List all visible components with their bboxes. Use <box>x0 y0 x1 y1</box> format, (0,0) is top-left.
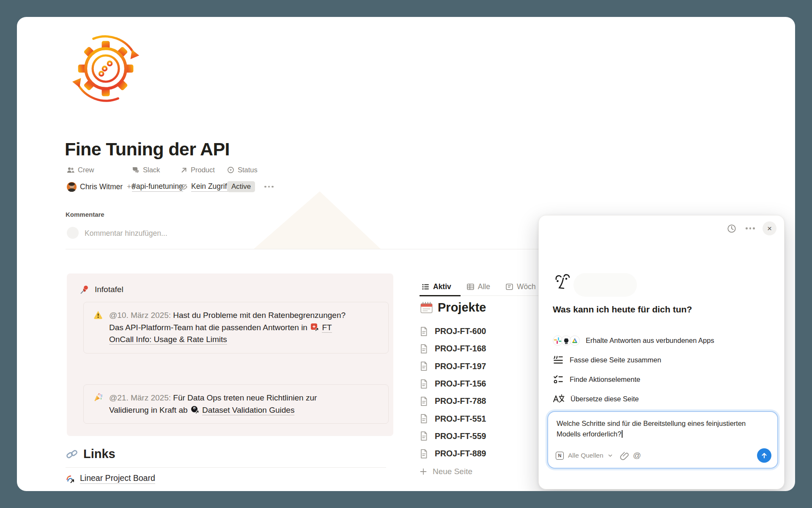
property-crew-value[interactable]: Chris Witmer +6 <box>67 180 135 193</box>
warning-icon <box>93 309 103 346</box>
document-icon <box>420 396 428 406</box>
property-slack-value[interactable]: #api-funetuning <box>132 180 183 193</box>
comment-avatar-placeholder <box>67 227 79 239</box>
linear-favicon-icon <box>66 474 75 483</box>
prompt-toolbar: N Alle Quellen @ <box>556 448 771 463</box>
comment-input[interactable]: Kommentar hinzufügen... <box>85 229 167 238</box>
property-label-product[interactable]: Product <box>181 166 215 174</box>
ai-greeting: Was kann ich heute für dich tun? <box>553 304 692 315</box>
checklist-icon <box>553 374 564 385</box>
project-row[interactable]: PROJ-FT-197 <box>420 358 542 375</box>
close-button[interactable]: × <box>763 221 776 235</box>
document-icon <box>420 449 428 459</box>
active-tab-underline <box>420 295 461 296</box>
eye-off-icon <box>180 183 188 191</box>
suggestion-action-items[interactable]: Finde Aktionselemente <box>553 370 714 389</box>
comments-section-label: Kommentare <box>66 211 104 218</box>
project-row[interactable]: PROJ-FT-788 <box>420 392 542 410</box>
ai-face-glow <box>573 273 637 297</box>
ellipsis-icon <box>264 186 274 188</box>
project-row[interactable]: PROJ-FT-156 <box>420 375 542 392</box>
sources-selector[interactable]: Alle Quellen <box>568 452 604 459</box>
close-icon: × <box>767 224 772 233</box>
tab-woech[interactable]: Wöch <box>503 282 538 291</box>
ai-prompt-input[interactable]: Welche Schritte sind für die Bereitstell… <box>547 411 778 469</box>
ellipsis-icon <box>746 227 755 229</box>
table-view-icon <box>466 283 475 291</box>
text-caret <box>622 430 623 438</box>
suggestion-translate[interactable]: Übersetze diese Seite <box>553 389 714 409</box>
document-icon <box>420 431 428 441</box>
send-button[interactable] <box>757 448 771 463</box>
linear-project-board-link[interactable]: Linear Project Board <box>66 473 155 484</box>
project-row[interactable]: PROJ-FT-168 <box>420 340 542 357</box>
ai-suggestions: Erhalte Antworten aus verbundenen Apps F… <box>553 331 714 409</box>
notice-text: @21. März 2025: Für Data Ops treten neue… <box>109 392 346 416</box>
oncall-page-icon <box>310 323 319 331</box>
infotafel-callout: Infotafel @10. März 2025: Hast du Proble… <box>67 273 393 436</box>
chain-link-icon <box>66 448 78 461</box>
page-title: Fine Tuning der API <box>65 139 230 160</box>
notice-text: @10. März 2025: Hast du Probleme mit den… <box>109 309 346 346</box>
tab-aktiv[interactable]: Aktiv <box>420 282 453 291</box>
notice-validation: @21. März 2025: Für Data Ops treten neue… <box>83 384 389 424</box>
tab-alle[interactable]: Alle <box>464 282 492 291</box>
project-row[interactable]: PROJ-FT-889 <box>420 445 542 462</box>
attach-file-button[interactable] <box>620 451 629 460</box>
property-product-value[interactable]: Kein Zugriff <box>180 180 229 193</box>
pushpin-icon <box>80 284 90 295</box>
project-list: PROJ-FT-600 PROJ-FT-168 PROJ-FT-197 <box>420 323 542 462</box>
notion-logo-icon: N <box>556 452 564 460</box>
arrow-up-right-icon <box>181 167 187 174</box>
ai-assistant-popup: × Was kann ich heute für dich tun? <box>538 215 785 489</box>
party-popper-icon <box>93 392 103 416</box>
document-icon <box>420 379 428 389</box>
projects-heading: Projekte <box>420 301 486 315</box>
board-tabs: Aktiv Alle Wöch <box>420 279 538 294</box>
translate-icon <box>553 394 565 404</box>
document-icon <box>420 361 428 371</box>
status-badge: Active <box>227 181 255 192</box>
page-hero-gear-icon[interactable] <box>69 32 142 105</box>
svg-text:8: 8 <box>194 407 195 409</box>
mention-button[interactable]: @ <box>633 451 641 460</box>
avatar <box>67 182 77 192</box>
chat-bubbles-icon <box>132 166 140 174</box>
list-view-icon <box>422 283 430 291</box>
prompt-text: Welche Schritte sind für die Bereitstell… <box>557 418 770 439</box>
connected-apps-icons <box>553 335 580 346</box>
background-watermark <box>254 191 381 249</box>
status-target-icon <box>227 166 234 174</box>
property-label-crew[interactable]: Crew <box>67 166 94 174</box>
property-label-status[interactable]: Status <box>227 166 258 174</box>
suggestion-connected-apps[interactable]: Erhalte Antworten aus verbundenen Apps <box>553 331 714 350</box>
eightball-page-icon: 8 <box>191 406 199 414</box>
summarize-icon <box>553 354 564 365</box>
property-status-value[interactable]: Active <box>227 180 255 193</box>
document-icon <box>420 326 428 337</box>
history-button[interactable] <box>725 222 738 235</box>
popup-header: × <box>725 221 776 235</box>
people-icon <box>67 166 74 174</box>
board-view-icon <box>505 283 513 291</box>
document-icon <box>420 414 428 424</box>
validation-link[interactable]: Dataset Validation Guides <box>202 406 294 415</box>
chevron-down-icon[interactable] <box>608 453 613 458</box>
links-section-heading: Links <box>66 447 115 461</box>
more-properties-button[interactable] <box>264 180 274 193</box>
property-label-slack[interactable]: Slack <box>132 166 160 174</box>
project-row[interactable]: PROJ-FT-600 <box>420 323 542 340</box>
links-divider <box>66 467 386 468</box>
plus-icon <box>420 468 427 475</box>
new-page-button[interactable]: Neue Seite <box>420 463 472 480</box>
notion-ai-face-icon <box>553 272 572 293</box>
notion-page: Fine Tuning der API Crew Chris Witmer +6… <box>17 17 795 491</box>
infotafel-title-row: Infotafel <box>80 284 123 295</box>
notice-rate-limits: @10. März 2025: Hast du Probleme mit den… <box>83 302 389 353</box>
project-row[interactable]: PROJ-FT-559 <box>420 428 542 445</box>
document-icon <box>420 344 428 354</box>
suggestion-summarize[interactable]: Fasse diese Seite zusammen <box>553 350 714 370</box>
calendar-icon <box>420 301 433 315</box>
more-options-button[interactable] <box>744 222 757 235</box>
project-row[interactable]: PROJ-FT-551 <box>420 410 542 427</box>
